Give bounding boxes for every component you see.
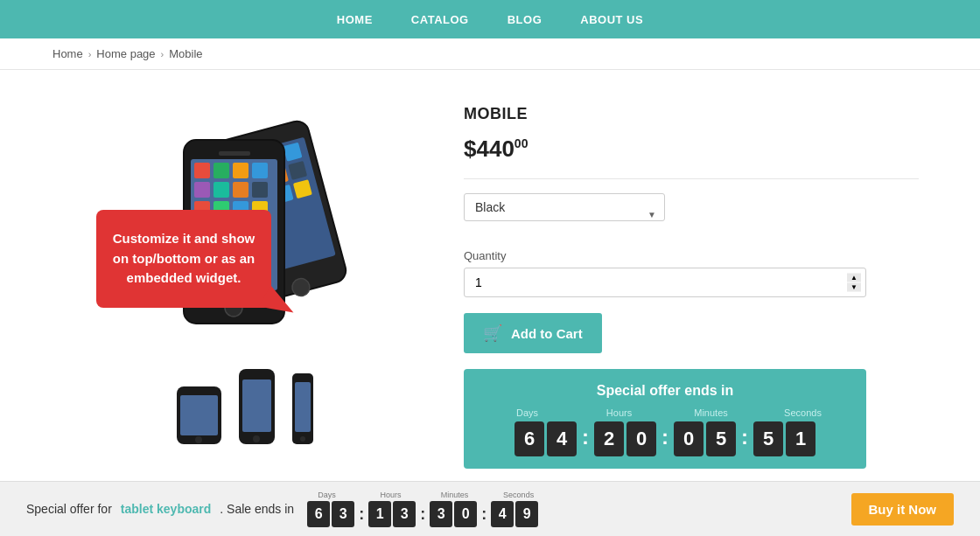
bottom-colon-3: : (481, 505, 486, 524)
color-selector-wrapper: Black White Silver ▼ (464, 193, 665, 235)
price-cents: 00 (514, 136, 528, 150)
svg-rect-35 (242, 379, 271, 432)
bottom-days-digit-1: 6 (307, 501, 330, 527)
navigation: HOME CATALOG BLOG ABOUT US (0, 0, 980, 38)
minutes-digit-2: 5 (706, 421, 736, 456)
thumbnail-3[interactable] (290, 372, 315, 446)
bottom-seconds-digits: 4 9 (491, 501, 538, 527)
svg-rect-24 (252, 182, 268, 198)
quantity-stepper: ▲ ▼ (847, 274, 861, 292)
seconds-digits: 5 1 (753, 421, 816, 456)
bottom-minutes-digit-1: 3 (430, 501, 452, 527)
product-price: $44000 (464, 136, 919, 163)
bottom-seconds-digit-2: 9 (515, 501, 538, 527)
quantity-up-button[interactable]: ▲ (847, 274, 861, 282)
product-images-section: Customize it and show on top/bottom or a… (61, 96, 429, 521)
bottom-hours-digit-2: 3 (393, 501, 416, 527)
bottom-days-digit-2: 3 (332, 501, 354, 527)
add-to-cart-button[interactable]: 🛒 Add to Cart (464, 313, 602, 353)
svg-point-36 (253, 435, 260, 442)
countdown-block: Special offer ends in Days Hours Minutes… (464, 369, 866, 469)
thumbnail-2[interactable] (237, 367, 276, 446)
svg-rect-20 (252, 163, 268, 178)
buy-now-button[interactable]: Buy it Now (851, 493, 955, 526)
bottom-countdown-row: 6 3 : 1 3 : 3 0 : 4 9 (307, 501, 538, 527)
quantity-down-button[interactable]: ▼ (847, 283, 861, 292)
days-digit-1: 6 (514, 421, 544, 456)
quantity-input[interactable] (464, 268, 866, 297)
seconds-digit-2: 1 (786, 421, 816, 456)
minutes-digits: 0 5 (674, 421, 736, 456)
nav-home[interactable]: HOME (337, 13, 373, 26)
days-digit-2: 4 (547, 421, 577, 456)
bottom-seconds-label: Seconds (494, 491, 542, 499)
breadcrumb-arrow-1: › (88, 49, 92, 59)
product-thumbnails (175, 367, 315, 446)
breadcrumb-homepage[interactable]: Home page (96, 47, 155, 60)
nav-catalog[interactable]: CATALOG (411, 13, 469, 26)
svg-rect-22 (214, 182, 229, 198)
main-content: Customize it and show on top/bottom or a… (9, 70, 971, 536)
seconds-digit-1: 5 (753, 421, 783, 456)
countdown-digits: 6 4 : 2 0 : 0 5 : 5 1 (481, 421, 849, 456)
product-title: MOBILE (464, 105, 919, 123)
breadcrumb-home[interactable]: Home (52, 47, 83, 60)
bottom-hours-label: Hours (367, 491, 415, 499)
countdown-title: Special offer ends in (481, 383, 849, 399)
cart-icon: 🛒 (483, 324, 502, 343)
colon-1: : (582, 425, 589, 449)
bottom-sale-text: . Sale ends in (220, 502, 294, 516)
seconds-label: Seconds (777, 407, 830, 418)
days-digits: 6 4 (514, 421, 577, 456)
bottom-minutes-digits: 3 0 (430, 501, 477, 527)
svg-point-39 (300, 436, 305, 442)
hours-digit-1: 2 (594, 421, 624, 456)
hours-digit-2: 0 (626, 421, 656, 456)
breadcrumb-arrow-2: › (161, 49, 164, 59)
nav-blog[interactable]: BLOG (508, 13, 542, 26)
svg-rect-21 (194, 182, 210, 198)
bottom-countdown-wrap: Days Hours Minutes Seconds 6 3 : 1 3 : 3… (303, 491, 542, 527)
callout-text: Customize it and show on top/bottom or a… (113, 231, 256, 285)
bottom-hours-digit-1: 1 (368, 501, 391, 527)
divider-1 (464, 178, 919, 179)
add-to-cart-label: Add to Cart (511, 326, 583, 341)
minutes-digit-1: 0 (674, 421, 704, 456)
svg-rect-19 (233, 163, 248, 178)
colon-2: : (662, 425, 668, 449)
breadcrumb-current: Mobile (169, 47, 202, 60)
svg-rect-17 (194, 163, 210, 178)
bottom-offer-text: Special offer for (26, 502, 112, 516)
thumbnail-1[interactable] (175, 385, 223, 446)
hours-digits: 2 0 (594, 421, 656, 456)
svg-rect-18 (214, 163, 229, 178)
bottom-hours-digits: 1 3 (368, 501, 416, 527)
breadcrumb: Home › Home page › Mobile (0, 38, 980, 70)
color-select[interactable]: Black White Silver (464, 193, 665, 221)
bottom-days-label: Days (303, 491, 351, 499)
bottom-minutes-label: Minutes (430, 491, 479, 499)
svg-rect-29 (219, 151, 250, 156)
bottom-days-digits: 6 3 (307, 501, 354, 527)
days-label: Days (501, 407, 554, 418)
bottom-seconds-digit-1: 4 (491, 501, 514, 527)
bottom-minutes-digit-2: 0 (454, 501, 477, 527)
svg-rect-23 (233, 182, 248, 198)
bottom-countdown-labels: Days Hours Minutes Seconds (303, 491, 542, 499)
nav-about[interactable]: ABOUT US (580, 13, 643, 26)
bottom-colon-2: : (420, 505, 425, 524)
svg-point-33 (195, 436, 202, 443)
colon-3: : (741, 425, 748, 449)
price-whole: $440 (464, 136, 514, 162)
quantity-input-wrap: ▲ ▼ (464, 268, 866, 297)
svg-rect-32 (180, 395, 218, 435)
bottom-colon-1: : (359, 505, 364, 524)
countdown-labels: Days Hours Minutes Seconds (481, 407, 849, 418)
bottom-bar: Special offer for tablet keyboard . Sale… (0, 481, 980, 536)
product-details-section: MOBILE $44000 Black White Silver ▼ Quant… (464, 96, 919, 521)
bottom-product-link[interactable]: tablet keyboard (121, 502, 211, 516)
callout-box: Customize it and show on top/bottom or a… (96, 210, 271, 308)
quantity-label: Quantity (464, 249, 919, 262)
minutes-label: Minutes (685, 407, 738, 418)
svg-rect-38 (295, 382, 311, 432)
